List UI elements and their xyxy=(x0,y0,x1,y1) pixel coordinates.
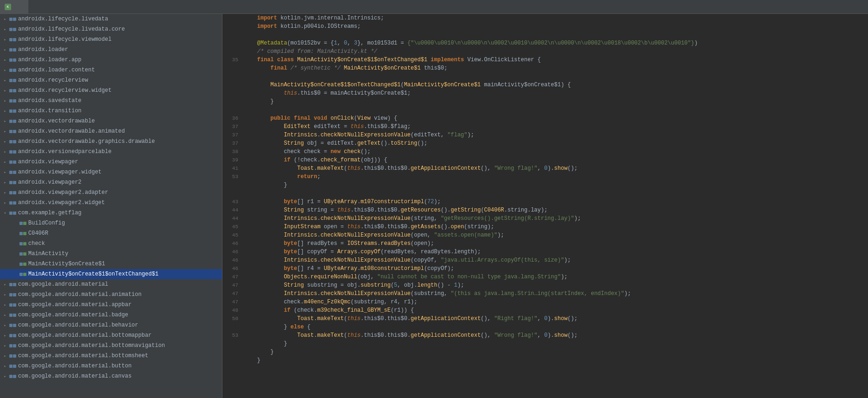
expand-icon: ▸ xyxy=(2,128,8,135)
expand-icon: ▸ xyxy=(2,169,8,175)
expand-icon: ▸ xyxy=(2,77,8,83)
expand-icon: ▸ xyxy=(2,332,8,339)
code-line: MainActivity$onCreate$1$onTextChanged$1(… xyxy=(222,81,868,89)
tree-item-mainactivity-oncreate1[interactable]: MainActivity$onCreate$1 xyxy=(0,259,222,269)
tree-item-label: androidx.transition xyxy=(18,108,82,114)
code-line: 53 return; xyxy=(222,173,868,181)
code-line: 43 byte[] r1 = UByteArray.m107constructo… xyxy=(222,198,868,206)
tab-close-button[interactable] xyxy=(18,4,23,10)
line-code: byte[] r1 = UByteArray.m107constructorim… xyxy=(242,198,868,206)
package-icon xyxy=(9,140,16,143)
tree-item-loader-app[interactable]: ▸androidx.loader.app xyxy=(0,55,222,65)
main-layout: ▸androidx.lifecycle.livedata▸androidx.li… xyxy=(0,14,868,398)
tree-item-google-material-canvas[interactable]: ▸com.google.android.material.canvas xyxy=(0,371,222,381)
line-code: } xyxy=(242,97,868,106)
line-number: 35 xyxy=(222,56,242,64)
code-editor[interactable]: import kotlin.jvm.internal.Intrinsics; i… xyxy=(222,14,868,398)
line-code: Intrinsics.checkNotNullExpressionValue(e… xyxy=(242,131,868,139)
line-code: import kotlin.p004io.IOStreams; xyxy=(242,22,868,31)
file-tree-sidebar[interactable]: ▸androidx.lifecycle.livedata▸androidx.li… xyxy=(0,14,222,398)
code-line xyxy=(222,31,868,39)
expand-icon: ▸ xyxy=(2,108,8,114)
expand-icon xyxy=(12,240,19,247)
tree-item-livedata[interactable]: ▸androidx.lifecycle.livedata xyxy=(0,14,222,24)
code-line: 41 Toast.makeText(this.this$0.this$0.get… xyxy=(222,164,868,173)
tree-item-label: com.google.android.material.bottomappbar xyxy=(18,332,152,339)
tree-item-buildconfig[interactable]: BuildConfig xyxy=(0,218,222,228)
tree-item-viewpager2-adapter[interactable]: ▸androidx.viewpager2.adapter xyxy=(0,187,222,198)
tree-item-versionedparcelable[interactable]: ▸androidx.versionedparcelable xyxy=(0,147,222,157)
code-line: 46 Intrinsics.checkNotNullExpressionValu… xyxy=(222,256,868,264)
tree-item-label: com.google.android.material.behavior xyxy=(18,322,138,328)
line-code: byte[] copyOf = Arrays.copyOf(readBytes,… xyxy=(242,248,868,256)
tree-item-c0406r[interactable]: C0406R xyxy=(0,228,222,238)
tree-item-google-material[interactable]: ▸com.google.android.material xyxy=(0,279,222,289)
package-icon xyxy=(9,38,16,41)
code-line: 48 if (check.m39check_final_GBYM_sE(r1))… xyxy=(222,306,868,315)
line-number: 43 xyxy=(222,198,242,206)
tree-item-label: androidx.vectordrawable.animated xyxy=(18,128,125,135)
tree-item-livedata-core[interactable]: ▸androidx.lifecycle.livedata.core xyxy=(0,24,222,34)
expand-icon xyxy=(12,261,19,267)
tree-item-loader-content[interactable]: ▸androidx.loader.content xyxy=(0,65,222,75)
package-icon xyxy=(9,324,16,327)
tree-item-mainactivity[interactable]: MainActivity xyxy=(0,249,222,259)
tree-item-viewmodel[interactable]: ▸androidx.lifecycle.viewmodel xyxy=(0,34,222,45)
code-line: 39 if (!check.check_format(obj)) { xyxy=(222,156,868,164)
tree-item-google-material-bottomsheet[interactable]: ▸com.google.android.material.bottomsheet xyxy=(0,351,222,361)
tree-item-google-material-appbar[interactable]: ▸com.google.android.material.appbar xyxy=(0,300,222,310)
line-number: 36 xyxy=(222,114,242,122)
line-code: Toast.makeText(this.this$0.this$0.getApp… xyxy=(242,315,868,323)
package-icon xyxy=(9,293,16,296)
tree-item-viewpager2-widget[interactable]: ▸androidx.viewpager2.widget xyxy=(0,198,222,208)
package-icon xyxy=(9,58,16,62)
tree-item-google-material-animation[interactable]: ▸com.google.android.material.animation xyxy=(0,289,222,300)
tree-item-label: androidx.viewpager2.widget xyxy=(18,199,105,206)
tree-item-viewpager2[interactable]: ▸androidx.viewpager2 xyxy=(0,177,222,187)
expand-icon: ▸ xyxy=(2,199,8,206)
code-line: 35 final class MainActivity$onCreate$1$o… xyxy=(222,56,868,64)
tree-item-google-material-bottomnavigation[interactable]: ▸com.google.android.material.bottomnavig… xyxy=(0,340,222,351)
tree-item-recyclerview[interactable]: ▸androidx.recyclerview xyxy=(0,75,222,85)
active-tab[interactable]: K xyxy=(0,0,28,13)
tree-item-viewpager-widget[interactable]: ▸androidx.viewpager.widget xyxy=(0,167,222,177)
package-icon xyxy=(9,89,16,92)
package-icon xyxy=(9,18,16,21)
tree-item-google-material-behavior[interactable]: ▸com.google.android.material.behavior xyxy=(0,320,222,330)
tree-item-google-material-badge[interactable]: ▸com.google.android.material.badge xyxy=(0,310,222,320)
tree-item-google-material-bottomappbar[interactable]: ▸com.google.android.material.bottomappba… xyxy=(0,330,222,340)
code-line: 38 check check = new check(); xyxy=(222,148,868,156)
tree-item-vectordrawable-graphics[interactable]: ▸androidx.vectordrawable.graphics.drawab… xyxy=(0,136,222,147)
line-code: EditText editText = this.this$0.$flag; xyxy=(242,122,868,131)
package-icon xyxy=(9,79,16,82)
package-icon xyxy=(9,160,16,164)
code-line: import kotlin.jvm.internal.Intrinsics; xyxy=(222,14,868,22)
line-number: 45 xyxy=(222,231,242,239)
tree-item-getflag[interactable]: ▾com.example.getflag xyxy=(0,208,222,218)
tree-item-google-material-button[interactable]: ▸com.google.android.material.button xyxy=(0,361,222,371)
code-line: 47 String substring = obj.substring(5, o… xyxy=(222,281,868,289)
line-code: String string = this.this$0.this$0.getRe… xyxy=(242,206,868,214)
tree-item-label: MainActivity$onCreate$1$onTextChanged$1 xyxy=(28,271,158,277)
tree-item-check[interactable]: check xyxy=(0,238,222,249)
tree-item-mainactivity-oncreate1-ontextchanged1[interactable]: MainActivity$onCreate$1$onTextChanged$1 xyxy=(0,269,222,279)
tree-item-vectordrawable-animated[interactable]: ▸androidx.vectordrawable.animated xyxy=(0,126,222,136)
tree-item-viewpager[interactable]: ▸androidx.viewpager xyxy=(0,157,222,167)
tree-item-vectordrawable[interactable]: ▸androidx.vectordrawable xyxy=(0,116,222,126)
code-line xyxy=(222,189,868,198)
line-code: Objects.requireNonNull(obj, "null cannot… xyxy=(242,273,868,281)
tree-item-transition[interactable]: ▸androidx.transition xyxy=(0,106,222,116)
code-line: @Metadata(mo10152bv = {1, 0, 3}, mo10153… xyxy=(222,39,868,47)
line-code: final class MainActivity$onCreate$1$onTe… xyxy=(242,56,868,64)
line-code: Intrinsics.checkNotNullExpressionValue(s… xyxy=(242,214,868,223)
expand-icon: ▸ xyxy=(2,118,8,124)
package-icon xyxy=(9,365,16,368)
tree-item-loader[interactable]: ▸androidx.loader xyxy=(0,45,222,55)
line-number: 48 xyxy=(222,306,242,315)
tree-item-savedstate[interactable]: ▸androidx.savedstate xyxy=(0,96,222,106)
package-icon xyxy=(9,120,16,123)
package-icon xyxy=(9,334,16,337)
tree-item-recyclerview-widget[interactable]: ▸androidx.recyclerview.widget xyxy=(0,85,222,96)
package-icon xyxy=(9,375,16,378)
line-number: 39 xyxy=(222,156,242,164)
